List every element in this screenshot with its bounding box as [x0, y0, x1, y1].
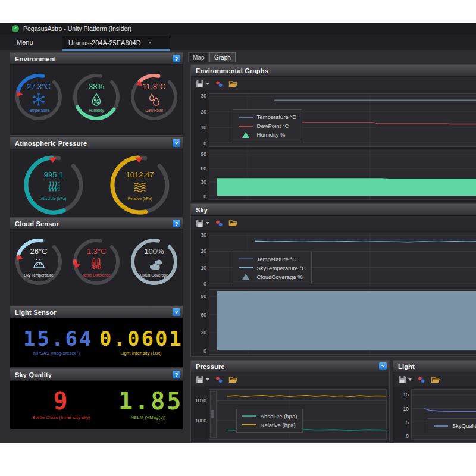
gauge-temperature: 27.3°CTemperature [11, 68, 66, 130]
device-tab[interactable]: Uranus-204A-25EA604D × [62, 36, 170, 49]
save-icon [196, 80, 204, 88]
y-tick-label: 20 [201, 248, 206, 254]
sky-dome-icon [34, 259, 45, 267]
gauge-temp-difference: 1.3°CTemp Difference [69, 233, 124, 295]
display-mpsas: 15.64MPSAS (mag/arcsec²) [23, 328, 90, 356]
y-axis-labels: 10001010 [193, 389, 209, 440]
open-folder-button[interactable] [228, 375, 238, 384]
tab-map[interactable]: Map [188, 52, 209, 62]
y-tick-label: 5 [406, 419, 409, 425]
chart-legend: Temperature °CDewPoint °CHumidity % [233, 109, 303, 142]
save-dropdown-caret[interactable] [408, 378, 412, 381]
cloud-sensor-panel: Cloud Sensor ? 26°CSky Temperature1.3°CT… [10, 217, 183, 305]
series-line-skyquality-mpsas- [424, 409, 476, 412]
gauge-value: 11.8°C [142, 82, 165, 91]
gauge-value: 995.1 [43, 170, 63, 179]
env-temp-chart: 0102030Temperature °CDewPoint °CHumidity… [193, 93, 476, 147]
open-folder-button[interactable] [431, 375, 440, 384]
open-folder-button[interactable] [228, 80, 238, 88]
y-tick-label: 0 [203, 193, 206, 199]
chart-legend: Temperature °CSkyTemperature °CCloudCove… [233, 252, 312, 284]
legend-label: Temperature °C [257, 114, 297, 120]
plot-area: Temperature °CSkyTemperature °CCloudCove… [209, 233, 476, 287]
pressure-chart: 10001010Absolute (hpa)Relative (hpa) [193, 389, 387, 440]
open-folder-icon [228, 375, 238, 384]
legend-item: Humidity % [239, 130, 297, 139]
save-chart-button[interactable] [398, 375, 412, 384]
help-icon[interactable]: ? [173, 220, 180, 227]
down-arrows-icon [49, 182, 60, 191]
palette-button[interactable] [417, 375, 425, 384]
save-chart-button[interactable] [196, 375, 209, 384]
window-title: PegasusAstro - Unity Platform (Insider) [23, 25, 131, 32]
title-bar: ✓ PegasusAstro - Unity Platform (Insider… [0, 23, 476, 35]
gauge-value: 1.3°C [87, 247, 107, 256]
sky-quality-display: 9Bortle Class (Inner-city sky)1.85NELM (… [10, 381, 183, 429]
chart-svg [209, 149, 476, 199]
chart-legend: Absolute (hpa)Relative (hpa) [236, 409, 303, 433]
legend-line-sample [239, 117, 253, 118]
legend-triangle-sample [242, 132, 249, 138]
help-icon[interactable]: ? [173, 139, 180, 147]
legend-label: Humidity % [257, 131, 286, 138]
display-label: Light Intensity (Lux) [99, 350, 183, 356]
y-tick-label: 0 [203, 140, 206, 146]
scrollbar-thumb[interactable] [211, 410, 214, 418]
save-dropdown-caret[interactable] [206, 222, 209, 224]
y-tick-label: 30 [201, 93, 206, 99]
save-icon [398, 375, 406, 384]
chart-toolbar [393, 372, 476, 387]
chart-toolbar [191, 372, 389, 387]
gauge-label: Temp Difference [82, 273, 111, 278]
light-header: Light ? [393, 361, 476, 372]
palette-button[interactable] [215, 375, 223, 384]
save-chart-button[interactable] [196, 80, 209, 88]
help-icon[interactable]: ? [173, 371, 180, 378]
save-chart-button[interactable] [196, 219, 209, 227]
help-icon[interactable]: ? [173, 308, 180, 316]
vertical-scrollbar[interactable] [210, 391, 217, 438]
environment-gauges: 27.3°CTemperature38%Humidity11.8°CDew Po… [10, 65, 183, 130]
help-icon[interactable]: ? [379, 362, 387, 370]
clouds-icon [150, 260, 162, 270]
y-tick-label: 0 [203, 348, 206, 354]
help-icon[interactable]: ? [173, 55, 180, 62]
palette-icon [215, 219, 223, 227]
open-folder-icon [228, 219, 238, 227]
screenshot-canvas: ✓ PegasusAstro - Unity Platform (Insider… [0, 0, 476, 476]
palette-button[interactable] [215, 219, 223, 227]
tab-graph[interactable]: Graph [209, 52, 236, 62]
environmental-graphs-panel: Environmental Graphs ? 0102030Temperatur… [190, 64, 476, 202]
save-dropdown-caret[interactable] [206, 83, 209, 85]
gauge-humidity: 38%Humidity [69, 68, 124, 130]
series-line-relative-hpa- [227, 396, 386, 397]
legend-label: SkyQuality (MPSAS) [452, 422, 476, 429]
display-value: 9 [27, 389, 96, 412]
menu-button[interactable]: Menu [13, 35, 37, 50]
display-value: 15.64 [23, 328, 90, 349]
gauge-label: Dew Point [145, 108, 163, 112]
legend-label: SkyTemperature °C [257, 265, 306, 271]
panel-title: Sky Quality [15, 371, 52, 378]
plot-area: SkyQuality (MPSAS) [411, 389, 476, 440]
open-folder-button[interactable] [228, 219, 238, 227]
gauge-value: 1012.47 [126, 170, 154, 179]
y-tick-label: 0 [203, 281, 206, 287]
legend-item: Temperature °C [239, 255, 306, 264]
plot-area: Absolute (hpa)Relative (hpa) [209, 389, 387, 440]
plot-area: Temperature °CDewPoint °CHumidity % [209, 93, 476, 147]
legend-triangle-sample [242, 274, 249, 280]
app-icon: ✓ [12, 25, 19, 32]
legend-line-sample [239, 126, 253, 127]
environmental-graphs-header: Environmental Graphs ? [191, 65, 476, 77]
tab-close-icon[interactable]: × [148, 39, 152, 46]
panel-title: Light [398, 363, 415, 370]
y-tick-label: 10 [201, 124, 206, 130]
display-label: MPSAS (mag/arcsec²) [23, 350, 90, 356]
save-dropdown-caret[interactable] [206, 378, 209, 381]
y-axis-labels: 0102030 [193, 93, 209, 147]
palette-button[interactable] [215, 80, 223, 88]
series-line-skytemperature-c [255, 241, 476, 242]
legend-item: DewPoint °C [239, 121, 297, 130]
panel-title: Sky [196, 206, 208, 214]
